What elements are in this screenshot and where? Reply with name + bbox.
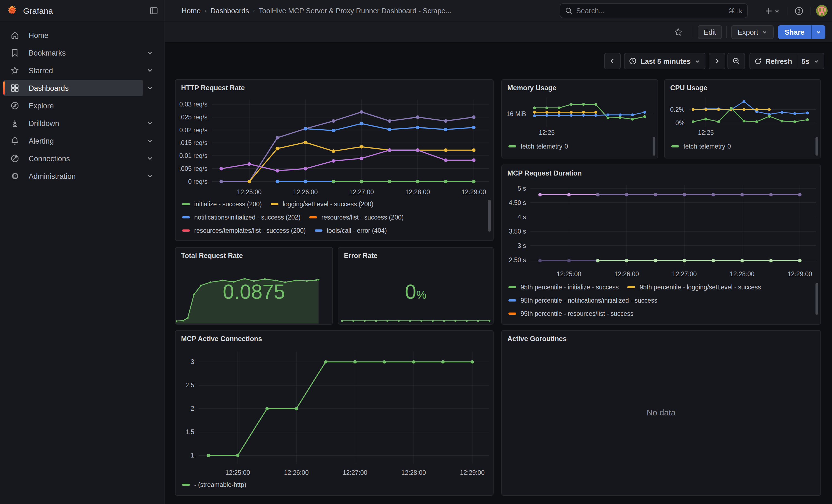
legend-swatch <box>509 313 516 315</box>
chevron-down-icon[interactable] <box>146 173 154 180</box>
sidebar-item-connections[interactable]: Connections <box>3 150 143 167</box>
breadcrumb-item[interactable]: Home <box>182 6 201 15</box>
sidebar-item-label: Alerting <box>29 137 54 145</box>
breadcrumb-item[interactable]: ToolHive MCP Server & Proxy Runner Dashb… <box>259 6 451 15</box>
legend-item[interactable]: 95th percentile - initialize - success <box>509 284 619 291</box>
legend-label: 95th percentile - logging/setLevel - suc… <box>640 284 761 291</box>
sidebar-item-drilldown[interactable]: Drilldown <box>3 115 143 132</box>
legend-item[interactable]: - (streamable-http) <box>182 481 246 488</box>
panel-title: CPU Usage <box>665 80 821 92</box>
sidebar-item-label: Connections <box>29 154 70 163</box>
user-avatar[interactable] <box>816 5 828 17</box>
sidebar-item-home[interactable]: Home <box>3 27 143 44</box>
legend-label: 95th percentile - initialize - success <box>521 284 619 291</box>
export-button[interactable]: Export <box>732 25 774 39</box>
sidebar-item-dashboards[interactable]: Dashboards <box>3 80 143 96</box>
sidebar-item-starred[interactable]: Starred <box>3 62 143 79</box>
sidebar-item-explore[interactable]: Explore <box>3 97 143 114</box>
legend-item[interactable]: 95th percentile - resources/list - succe… <box>509 310 633 317</box>
legend-item[interactable]: fetch-telemetry-0 <box>509 143 568 150</box>
legend-item[interactable]: logging/setLevel - success (200) <box>270 201 373 207</box>
breadcrumb-separator: › <box>204 7 206 14</box>
legend-item[interactable]: resources/templates/list - success (200) <box>182 227 306 234</box>
legend-item[interactable]: initialize - success (200) <box>182 201 262 207</box>
time-back-button[interactable] <box>604 53 621 69</box>
sidebar-item-bookmarks[interactable]: Bookmarks <box>3 45 143 61</box>
legend-label: 95th percentile - resources/list - succe… <box>521 310 633 317</box>
legend-label: fetch-telemetry-0 <box>521 143 568 150</box>
legend-label: logging/setLevel - success (200) <box>283 201 373 207</box>
panel-mcp-active-connections: MCP Active Connections 11.522.5312:25:00… <box>175 330 494 496</box>
bookmark-icon <box>10 48 19 57</box>
refresh-interval-picker[interactable]: 5s <box>797 53 824 69</box>
refresh-button[interactable]: Refresh <box>750 53 797 69</box>
svg-text:12:27:00: 12:27:00 <box>349 188 374 195</box>
legend-item[interactable]: fetch-telemetry-0 <box>671 143 731 150</box>
legend-item[interactable]: 95th percentile - logging/setLevel - suc… <box>628 284 761 291</box>
svg-text:12:25:00: 12:25:00 <box>237 188 262 195</box>
dock-menu-icon[interactable] <box>150 6 158 15</box>
svg-text:0.2%: 0.2% <box>670 106 684 113</box>
legend-scrollbar[interactable] <box>815 137 818 156</box>
cpu-legend: fetch-telemetry-0 <box>671 141 813 156</box>
mcp-request-duration-chart[interactable]: 5 s4.50 s4 s3.50 s3 s2.50 s12:25:0012:26… <box>505 181 817 280</box>
http-request-rate-chart[interactable]: 0 req/s0.005 req/s0.01 req/s0.015 req/s0… <box>179 95 490 197</box>
grafana-logo[interactable] <box>7 5 18 16</box>
sidebar-item-administration[interactable]: Administration <box>3 168 143 184</box>
legend-item[interactable]: notifications/initialized - success (202… <box>182 214 301 221</box>
help-button[interactable] <box>792 4 806 17</box>
legend-label: notifications/initialized - success (202… <box>194 214 301 221</box>
time-forward-button[interactable] <box>709 53 725 69</box>
svg-text:12:25: 12:25 <box>539 129 555 136</box>
svg-text:3 s: 3 s <box>518 242 526 249</box>
edit-button[interactable]: Edit <box>698 25 722 39</box>
legend-scrollbar[interactable] <box>488 200 491 232</box>
svg-text:4 s: 4 s <box>518 213 526 221</box>
legend-swatch <box>270 203 278 206</box>
breadcrumb-separator: › <box>253 7 255 14</box>
chevron-down-icon[interactable] <box>146 49 154 56</box>
sidebar-item-label: Administration <box>29 172 76 180</box>
chevron-down-icon[interactable] <box>146 84 154 91</box>
topbar-actions <box>763 0 828 22</box>
svg-text:12:28:00: 12:28:00 <box>730 270 754 277</box>
search-input[interactable]: Search... ⌘+k <box>560 3 748 18</box>
zoom-out-button[interactable] <box>727 53 745 69</box>
add-button[interactable] <box>763 5 782 17</box>
cpu-usage-chart[interactable]: 0.2%0%12:25 <box>668 94 817 138</box>
bell-icon <box>10 136 19 145</box>
mcp-active-connections-chart[interactable]: 11.522.5312:25:0012:26:0012:27:0012:28:0… <box>179 346 490 478</box>
breadcrumb-item[interactable]: Dashboards <box>210 6 249 15</box>
chevron-down-icon[interactable] <box>146 155 154 162</box>
svg-text:4.50 s: 4.50 s <box>509 199 526 206</box>
http-legend: initialize - success (200)logging/setLev… <box>182 197 485 240</box>
svg-text:0.005 req/s: 0.005 req/s <box>179 165 207 172</box>
chevron-down-icon[interactable] <box>146 137 154 144</box>
legend-scrollbar[interactable] <box>815 283 818 315</box>
share-caret[interactable] <box>811 25 825 39</box>
memory-legend: fetch-telemetry-0 <box>509 141 650 156</box>
svg-text:0.02 req/s: 0.02 req/s <box>179 127 207 134</box>
chevron-down-icon[interactable] <box>146 120 154 127</box>
sidebar-item-alerting[interactable]: Alerting <box>3 133 143 149</box>
legend-item[interactable]: resources/list - success (200) <box>309 214 404 221</box>
legend-label: - (streamable-http) <box>194 481 246 488</box>
legend-item[interactable]: 95th percentile - resources/templates/li… <box>509 323 662 324</box>
legend-label: fetch-telemetry-0 <box>683 143 731 150</box>
error-rate-sparkline[interactable] <box>339 316 493 323</box>
memory-usage-chart[interactable]: 16 MiB12:25 <box>505 94 654 138</box>
svg-text:1.5: 1.5 <box>185 428 194 435</box>
favorite-star-icon[interactable] <box>674 27 683 36</box>
home-icon <box>10 31 19 39</box>
share-button[interactable]: Share <box>778 25 825 39</box>
time-range-picker[interactable]: Last 5 minutes <box>624 53 705 69</box>
svg-text:12:25:00: 12:25:00 <box>225 469 250 476</box>
legend-scrollbar[interactable] <box>653 137 655 156</box>
apps-icon <box>10 84 19 92</box>
svg-text:3.50 s: 3.50 s <box>509 228 526 235</box>
panel-title: Active Goroutines <box>502 331 821 343</box>
legend-item[interactable]: 95th percentile - notifications/initiali… <box>509 297 657 304</box>
legend-item[interactable]: tools/call - error (404) <box>314 227 387 234</box>
time-controls: Last 5 minutes Refresh 5s <box>604 53 824 69</box>
chevron-down-icon[interactable] <box>146 67 154 74</box>
